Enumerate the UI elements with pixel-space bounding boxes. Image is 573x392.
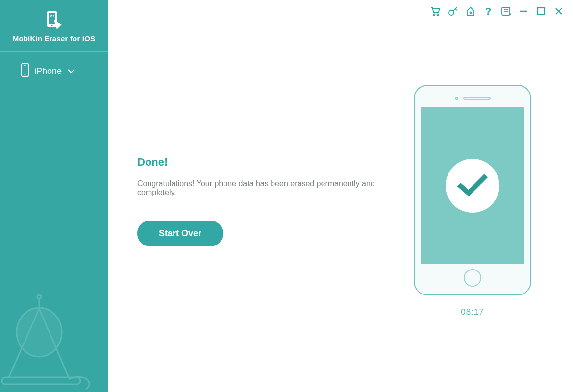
sidebar-decoration-icon [0,284,108,392]
chevron-down-icon [68,67,75,75]
result-title: Done! [137,156,392,169]
success-check-icon [446,159,499,213]
result-panel: Done! Congratulations! Your phone data h… [137,146,392,246]
phone-illustration-column: 08:17 [392,75,553,317]
feedback-icon[interactable] [500,6,511,17]
maximize-button[interactable] [536,6,547,17]
sidebar-header: iOS MobiKin Eraser for iOS [0,0,108,52]
phone-screen [421,107,524,264]
svg-text:?: ? [485,6,491,17]
phone-home-button-icon [464,269,481,287]
svg-rect-11 [2,377,80,384]
help-icon[interactable]: ? [483,6,494,17]
content: Done! Congratulations! Your phone data h… [108,0,573,392]
phone-icon [21,63,29,79]
main-area: ? [108,0,573,392]
svg-point-15 [470,12,472,14]
start-over-button[interactable]: Start Over [137,220,223,246]
result-message: Congratulations! Your phone data has bee… [137,179,392,197]
phone-top-icon [421,91,524,105]
titlebar: ? [430,0,573,20]
svg-rect-21 [538,8,545,15]
app-window: iOS MobiKin Eraser for iOS iPhone [0,0,573,392]
app-logo-icon: iOS [42,10,66,29]
cart-icon[interactable] [430,6,441,17]
svg-point-8 [17,308,62,357]
svg-point-13 [437,14,438,15]
svg-point-6 [25,74,26,75]
app-title: MobiKin Eraser for iOS [13,34,96,43]
elapsed-timer: 08:17 [461,307,484,317]
svg-point-10 [37,295,41,299]
key-icon[interactable] [448,6,458,17]
sidebar: iOS MobiKin Eraser for iOS iPhone [0,0,108,392]
minimize-button[interactable] [518,6,529,17]
device-selector[interactable]: iPhone [0,52,108,90]
home-icon[interactable] [465,6,476,17]
svg-point-12 [433,14,435,15]
phone-illustration [414,85,531,295]
close-button[interactable] [553,6,564,17]
svg-point-3 [51,24,52,26]
svg-text:iOS: iOS [50,15,54,18]
svg-rect-17 [502,7,510,15]
device-label: iPhone [34,66,62,76]
